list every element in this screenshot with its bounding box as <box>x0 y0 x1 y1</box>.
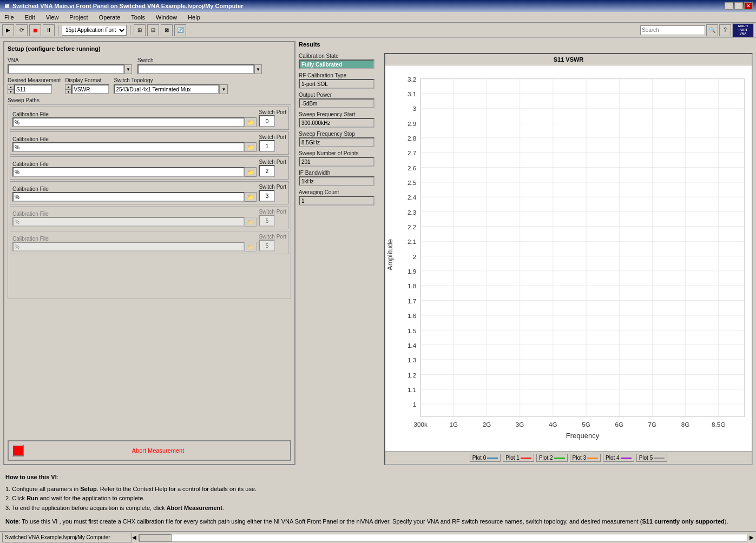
switch-input[interactable] <box>137 64 254 74</box>
scroll-thumb[interactable] <box>139 534 172 542</box>
sweep-item-5-calfile-input[interactable] <box>12 242 245 251</box>
plot-0-label: Plot 0 <box>472 455 487 461</box>
main-content: Setup (configure before running) VNA ▼ S… <box>0 38 756 531</box>
align-button[interactable]: ⊞ <box>134 24 146 36</box>
output-power-group: Output Power -5dBm <box>299 92 380 108</box>
vna-input[interactable] <box>8 64 124 74</box>
if-bandwidth-label: IF Bandwidth <box>299 170 380 176</box>
plot-3-item[interactable]: Plot 3 <box>570 454 601 462</box>
sweep-item-2-calfile-input[interactable] <box>12 167 245 177</box>
switch-topology-dropdown[interactable]: ▼ <box>219 84 228 94</box>
status-scroll-arrow-right[interactable]: ▶ <box>750 534 754 540</box>
calibration-state-group: Calibration State Fully Calibrated <box>299 53 380 69</box>
svg-text:4G: 4G <box>549 421 557 428</box>
sweep-freq-stop-label: Sweep Frequency Stop <box>299 131 380 137</box>
display-format-up[interactable]: ▲ <box>65 84 71 89</box>
averaging-count-label: Averaging Count <box>299 189 380 195</box>
switch-dropdown-btn[interactable]: ▼ <box>254 64 262 74</box>
toolbar-separator-2 <box>130 25 130 36</box>
sweep-item-1-folder-btn[interactable]: 📁 <box>245 142 257 152</box>
menu-tools[interactable]: Tools <box>129 14 147 21</box>
switch-topology-label: Switch Topology <box>114 77 228 83</box>
sweep-item-1-port-group: Switch Port 1 <box>259 134 286 152</box>
sweep-item-0-folder-btn[interactable]: 📁 <box>245 117 257 127</box>
sweep-num-points-label: Sweep Number of Points <box>299 150 380 156</box>
search-input[interactable] <box>640 25 705 35</box>
display-format-group: Display Format ▲ ▼ <box>65 77 109 94</box>
sweep-item-3-calfile-input-row: 📁 <box>12 192 257 202</box>
menu-operate[interactable]: Operate <box>97 14 123 21</box>
setup-title: Setup (configure before running) <box>8 45 291 52</box>
plot-2-item[interactable]: Plot 2 <box>536 454 568 462</box>
plot-1-item[interactable]: Plot 1 <box>503 454 534 462</box>
pause-button[interactable]: ⏸ <box>43 24 55 36</box>
abort-stop-btn[interactable] <box>12 445 24 456</box>
instructions-note: Note: To use this VI , you must first cr… <box>5 517 751 527</box>
minimize-button[interactable]: ─ <box>725 2 733 10</box>
toolbar-separator <box>58 25 58 36</box>
abort-label[interactable]: Abort Measurement <box>29 447 287 454</box>
display-format-label: Display Format <box>65 77 109 83</box>
search-button[interactable]: 🔍 <box>706 24 718 36</box>
abort-run-button[interactable]: ◼ <box>29 24 41 36</box>
svg-text:3G: 3G <box>516 421 524 428</box>
instructions-title: How to use this VI: <box>5 473 751 482</box>
calibration-state-label: Calibration State <box>299 53 380 59</box>
plot-5-item[interactable]: Plot 5 <box>636 454 668 462</box>
maximize-button[interactable]: □ <box>734 2 743 10</box>
chart-body: 3.2 3.1 3 2.9 2.8 2.7 2.6 2.5 2.4 2.3 2.… <box>385 65 752 451</box>
calibration-state-value: Fully Calibrated <box>299 59 374 69</box>
sweep-item-0: Calibration File 📁 Switch Port 0 <box>10 107 289 130</box>
help-button[interactable]: ? <box>719 24 731 36</box>
window-title: Switched VNA Main.vi Front Panel on Swit… <box>12 3 243 9</box>
run-button[interactable]: ▶ <box>2 24 14 36</box>
sweep-item-0-calfile-label: Calibration File <box>12 111 257 117</box>
svg-text:1G: 1G <box>449 421 458 428</box>
distribute-button[interactable]: ⊟ <box>147 24 159 36</box>
status-scroll-arrow-left[interactable]: ◀ <box>132 534 136 540</box>
results-inner: Calibration State Fully Calibrated RF Ca… <box>299 53 753 465</box>
sweep-item-4-port-value: 5 <box>259 215 275 227</box>
sweep-item-4-row: Calibration File 📁 Switch Port 5 <box>12 209 286 227</box>
svg-text:3.2: 3.2 <box>407 76 416 83</box>
instructions-steps: 1. Configure all paramers in Setup. Refe… <box>5 485 751 513</box>
plot-4-item[interactable]: Plot 4 <box>603 454 634 462</box>
menu-window[interactable]: Window <box>154 14 179 21</box>
desired-meas-input[interactable] <box>14 84 52 94</box>
panels-row: Setup (configure before running) VNA ▼ S… <box>0 38 756 468</box>
sweep-item-2-folder-btn[interactable]: 📁 <box>245 167 257 177</box>
svg-text:3.1: 3.1 <box>407 90 416 97</box>
svg-text:8.5G: 8.5G <box>712 421 725 428</box>
sweep-item-0-calfile-input[interactable] <box>12 117 245 127</box>
vna-dropdown-btn[interactable]: ▼ <box>124 64 132 74</box>
menu-help[interactable]: Help <box>186 14 202 21</box>
display-format-input[interactable] <box>71 84 109 94</box>
if-bandwidth-group: IF Bandwidth 1kHz <box>299 170 380 186</box>
vna-label: VNA <box>8 57 132 63</box>
close-button[interactable]: ✕ <box>744 2 753 10</box>
sweep-item-1-calfile-input-row: 📁 <box>12 142 257 152</box>
meas-topology-row: Desired Measurement ▲ ▼ Display Format ▲ <box>8 77 291 94</box>
sweep-item-3-folder-btn[interactable]: 📁 <box>245 192 257 202</box>
switch-topology-input[interactable] <box>114 84 219 94</box>
menu-view[interactable]: View <box>44 14 61 21</box>
reorder-button[interactable]: 🔄 <box>174 24 186 36</box>
run-continuous-button[interactable]: ⟳ <box>16 24 28 36</box>
menu-edit[interactable]: Edit <box>23 14 37 21</box>
svg-text:3: 3 <box>413 105 417 112</box>
menu-project[interactable]: Project <box>67 14 90 21</box>
menu-file[interactable]: File <box>2 14 16 21</box>
desired-meas-down[interactable]: ▼ <box>8 89 14 94</box>
resize-button[interactable]: ⊠ <box>161 24 173 36</box>
display-format-down[interactable]: ▼ <box>65 89 71 94</box>
sweep-item-4-calfile-input[interactable] <box>12 217 245 227</box>
instruction-step-2: 2. Click Run and wait for the applicatio… <box>5 494 751 504</box>
status-scrollbar[interactable] <box>139 534 747 541</box>
desired-meas-up[interactable]: ▲ <box>8 84 14 89</box>
plot-0-item[interactable]: Plot 0 <box>470 454 501 462</box>
sweep-item-1-calfile-input[interactable] <box>12 142 245 152</box>
sweep-paths-scroll[interactable]: Calibration File 📁 Switch Port 0 <box>8 104 291 299</box>
sweep-item-5-calfile-group: Calibration File 📁 <box>12 236 257 251</box>
font-select[interactable]: 15pt Application Font <box>62 25 127 36</box>
sweep-item-3-calfile-input[interactable] <box>12 192 245 202</box>
